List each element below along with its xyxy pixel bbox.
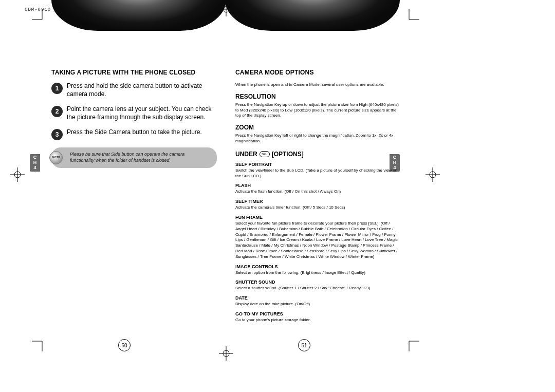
svg-point-9 [430,172,436,178]
resolution-heading: RESOLUTION [235,93,401,100]
step-number-icon: 3 [51,129,63,140]
svg-point-6 [14,172,21,178]
option-body: Select an option from the following. (Br… [235,270,401,276]
resolution-body: Press the Navigation Key up or down to a… [235,102,401,119]
option-body: Switch the viewfinder to the Sub LCD. (T… [235,168,401,179]
option-heading: FLASH [235,183,401,188]
option-heading: DATE [235,295,401,301]
sel-key-icon: SEL [260,151,270,157]
option-heading: SELF PORTRAIT [235,162,401,167]
note-icon: NOTE [49,151,63,164]
option-body: Activate the flash function. (Off / On t… [235,189,401,195]
left-title: TAKING A PICTURE WITH THE PHONE CLOSED [51,69,217,76]
option-heading: FUN FRAME [235,215,401,220]
step: 1 Press and hold the side camera button … [51,82,217,98]
under-options-heading: UNDER SEL [OPTIONS] [235,151,401,158]
step: 2 Point the camera lens at your subject.… [51,105,217,121]
tab-line: 4 [33,165,36,171]
step-text: Point the camera lens at your subject. Y… [67,105,217,121]
page-left: TAKING A PICTURE WITH THE PHONE CLOSED 1… [42,16,226,350]
under-pre: UNDER [235,151,257,158]
option-heading: SELF TIMER [235,199,401,204]
option-heading: SHUTTER SOUND [235,279,401,285]
note-text: Please be sure that Side button can oper… [70,152,184,163]
note-box: NOTE Please be sure that Side button can… [51,147,217,167]
step-text: Press the Side Camera button to take the… [67,128,202,137]
page-right: CAMERA MODE OPTIONS When the phone is op… [226,16,410,350]
step-number-icon: 1 [51,83,63,94]
svg-point-3 [223,350,229,357]
chapter-tab-left: C H 4 [30,154,40,172]
option-body: Go to your phone's picture storage folde… [235,318,401,323]
page-number-right: 51 [298,339,310,351]
right-intro: When the phone is open and in Camera Mod… [235,82,401,88]
option-body: Select your favorite fun picture frame t… [235,221,401,260]
option-body: Activate the camera's timer function. (O… [235,205,401,211]
step-number-icon: 2 [51,106,63,117]
option-body: Select a shutter sound. (Shutter 1 / Shu… [235,286,401,291]
step-text: Press and hold the side camera button to… [67,82,217,98]
option-body: Display date on the take picture. (On/Of… [235,302,401,307]
zoom-body: Press the Navigation Key left or right t… [235,133,401,144]
option-heading: GO TO MY PICTURES [235,311,401,316]
right-title: CAMERA MODE OPTIONS [235,69,401,76]
step: 3 Press the Side Camera button to take t… [51,128,217,140]
zoom-heading: ZOOM [235,124,401,131]
under-post: [OPTIONS] [272,151,304,158]
page-number-left: 50 [118,339,131,351]
option-heading: IMAGE CONTROLS [235,264,401,269]
